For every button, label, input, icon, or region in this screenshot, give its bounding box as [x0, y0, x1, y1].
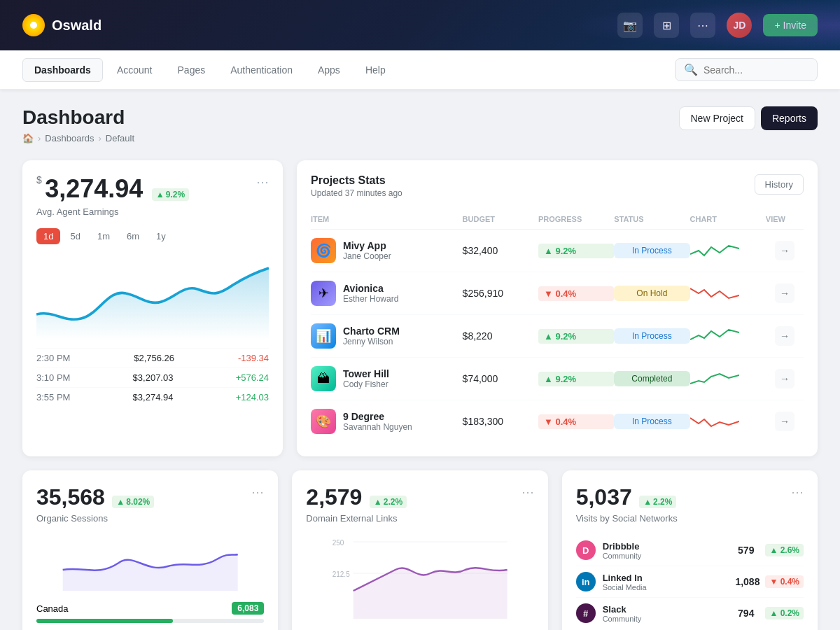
project-row-tower: 🏔 Tower Hill Cody Fisher $74,000 ▲ 9.2% …: [311, 358, 804, 400]
links-chart: 250 212.5: [306, 535, 533, 619]
projects-header: Projects Stats Updated 37 minutes ago Hi…: [311, 174, 804, 198]
dribbble-icon: D: [576, 540, 596, 560]
currency-symbol: $: [36, 174, 42, 186]
projects-updated: Updated 37 minutes ago: [311, 188, 402, 198]
project-item: 🌀 Mivy App Jane Cooper: [311, 238, 463, 263]
earnings-value: 3,274.94: [45, 174, 143, 203]
earnings-row: 2:30 PM $2,756.26 -139.34: [36, 348, 269, 368]
page-title: Dashboard: [22, 106, 134, 129]
project-icon: 📊: [311, 323, 336, 349]
organic-value: 35,568: [36, 484, 105, 510]
organic-more-icon[interactable]: ⋯: [251, 484, 264, 500]
logo-text: Oswald: [52, 18, 102, 34]
project-row-9degree: 🎨 9 Degree Savannah Nguyen $183,300 ▼ 0.…: [311, 400, 804, 442]
time-filter-1d[interactable]: 1d: [36, 228, 60, 244]
logo-area[interactable]: Oswald: [22, 14, 102, 36]
geo-bar: [36, 619, 173, 623]
project-icon: 🌀: [311, 238, 336, 263]
social-rows: D Dribbble Community 579 ▲ 2.6% in: [576, 535, 804, 629]
geo-bar-container: [36, 619, 264, 623]
project-icon: 🎨: [311, 409, 336, 434]
view-btn-9degree[interactable]: →: [775, 412, 794, 431]
invite-button[interactable]: + Invite: [763, 14, 818, 36]
nav-item-authentication[interactable]: Authentication: [219, 59, 304, 81]
projects-title-area: Projects Stats Updated 37 minutes ago: [311, 174, 402, 198]
top-cards-grid: $ 3,274.94 ▲ 9.2% ⋯ Avg. Agent Earnings …: [22, 160, 818, 456]
search-area[interactable]: 🔍: [675, 58, 818, 81]
earnings-more-icon[interactable]: ⋯: [256, 174, 269, 190]
grid-icon-btn[interactable]: ⊞: [654, 13, 679, 38]
social-row-slack: # Slack Community 794 ▲ 0.2%: [576, 598, 804, 629]
social-row-linkedin: in Linked In Social Media 1,088 ▼ 0.4%: [576, 566, 804, 598]
nav-item-apps[interactable]: Apps: [307, 59, 351, 81]
project-row-charto: 📊 Charto CRM Jenny Wilson $8,220 ▲ 9.2% …: [311, 315, 804, 358]
project-item: 🏔 Tower Hill Cody Fisher: [311, 366, 463, 391]
sparkline-charto: [690, 326, 739, 346]
view-btn-tower[interactable]: →: [775, 369, 794, 388]
project-item: 📊 Charto CRM Jenny Wilson: [311, 323, 463, 349]
earnings-label: Avg. Agent Earnings: [36, 206, 269, 217]
earnings-card: $ 3,274.94 ▲ 9.2% ⋯ Avg. Agent Earnings …: [22, 160, 283, 456]
user-avatar[interactable]: JD: [727, 13, 752, 38]
time-filter-1y[interactable]: 1y: [149, 228, 173, 244]
reports-button[interactable]: Reports: [761, 106, 818, 130]
svg-text:212.5: 212.5: [332, 570, 350, 578]
main-content: Dashboard 🏠 › Dashboards › Default New P…: [0, 90, 840, 630]
earnings-rows: 2:30 PM $2,756.26 -139.34 3:10 PM $3,207…: [36, 348, 269, 407]
organic-sessions-card: 35,568 ▲ 8.02% ⋯ Organic Sessions Canada…: [22, 470, 278, 630]
social-value: 5,037: [576, 484, 632, 510]
sparkline-9degree: [690, 411, 739, 432]
page-actions: New Project Reports: [679, 106, 818, 130]
bottom-cards-grid: 35,568 ▲ 8.02% ⋯ Organic Sessions Canada…: [22, 470, 818, 630]
time-filter-5d[interactable]: 5d: [63, 228, 87, 244]
geo-country: Canada: [36, 603, 69, 614]
links-badge: ▲ 2.2%: [370, 496, 407, 508]
social-more-icon[interactable]: ⋯: [791, 484, 804, 500]
view-btn-mivy[interactable]: →: [775, 241, 794, 260]
project-item: ✈ Avionica Esther Howard: [311, 281, 463, 306]
nav-item-account[interactable]: Account: [106, 59, 164, 81]
earnings-row: 3:10 PM $3,207.03 +576.24: [36, 368, 269, 387]
social-label: Visits by Social Networks: [576, 513, 804, 524]
geo-row: Canada 6,083: [36, 602, 264, 615]
social-networks-card: 5,037 ▲ 2.2% ⋯ Visits by Social Networks…: [562, 470, 818, 630]
nav-item-help[interactable]: Help: [354, 59, 397, 81]
organic-chart: [36, 535, 264, 591]
social-row-dribbble: D Dribbble Community 579 ▲ 2.6%: [576, 535, 804, 566]
external-links-card: 2,579 ▲ 2.2% ⋯ Domain External Links 250…: [292, 470, 547, 630]
social-badge: ▲ 2.2%: [639, 496, 676, 508]
earnings-chart: [36, 255, 269, 340]
earnings-amount: $ 3,274.94 ▲ 9.2%: [36, 174, 189, 204]
projects-table-header: ITEM BUDGET PROGRESS STATUS CHART VIEW: [311, 209, 804, 230]
breadcrumb-default: Default: [106, 133, 134, 144]
time-filter-6m[interactable]: 6m: [120, 228, 146, 244]
geo-count: 6,083: [232, 602, 264, 615]
nav-item-pages[interactable]: Pages: [167, 59, 217, 81]
breadcrumb-dashboards[interactable]: Dashboards: [45, 133, 94, 144]
links-label: Domain External Links: [306, 513, 533, 524]
time-filter-1m[interactable]: 1m: [90, 228, 117, 244]
earnings-row: 3:55 PM $3,274.94 +124.03: [36, 387, 269, 407]
search-input[interactable]: [704, 64, 808, 76]
slack-icon: #: [576, 603, 596, 623]
share-icon-btn[interactable]: ⋯: [690, 13, 715, 38]
new-project-button[interactable]: New Project: [679, 106, 755, 130]
nav-item-dashboards[interactable]: Dashboards: [22, 58, 103, 82]
secondary-navigation: Dashboards Account Pages Authentication …: [0, 50, 840, 90]
organic-badge: ▲ 8.02%: [112, 496, 154, 508]
project-row-avionica: ✈ Avionica Esther Howard $256,910 ▼ 0.4%…: [311, 272, 804, 315]
sparkline-tower: [690, 368, 739, 389]
links-more-icon[interactable]: ⋯: [522, 484, 534, 500]
earnings-badge: ▲ 9.2%: [152, 188, 189, 201]
history-button[interactable]: History: [755, 174, 804, 195]
page-header: Dashboard 🏠 › Dashboards › Default New P…: [22, 106, 818, 144]
camera-icon-btn[interactable]: 📷: [617, 13, 643, 38]
project-item: 🎨 9 Degree Savannah Nguyen: [311, 409, 463, 434]
view-btn-avionica[interactable]: →: [775, 284, 794, 303]
breadcrumb-home-icon: 🏠: [22, 133, 34, 144]
top-navigation: Oswald 📷 ⊞ ⋯ JD + Invite: [0, 0, 840, 50]
page-header-left: Dashboard 🏠 › Dashboards › Default: [22, 106, 134, 144]
sparkline-mivy: [690, 240, 739, 261]
search-icon: 🔍: [684, 63, 698, 76]
view-btn-charto[interactable]: →: [775, 326, 794, 346]
